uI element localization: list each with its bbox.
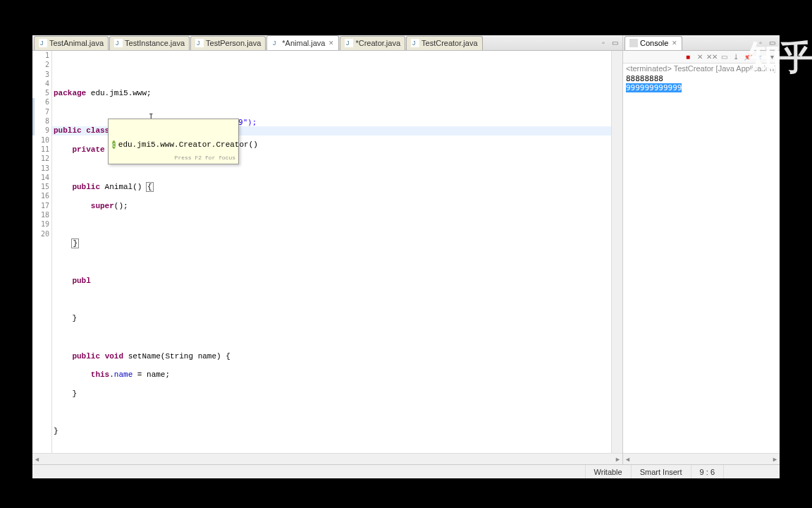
line-number: 11	[32, 145, 51, 155]
tab-testcreator[interactable]: J TestCreator.java	[406, 36, 482, 50]
java-file-icon: J	[411, 39, 419, 47]
scroll-right-icon[interactable]: ►	[615, 456, 621, 463]
main-area: J TestAnimal.java J TestInstance.java J …	[32, 35, 780, 464]
svg-text:J: J	[346, 40, 350, 47]
selected-output: 999999999999	[626, 83, 682, 92]
maximize-icon[interactable]: ▭	[610, 38, 620, 48]
line-number: 2	[32, 61, 51, 70]
watermark-logo: 知乎	[747, 35, 812, 80]
line-number: 19	[32, 220, 51, 229]
line-number: 14	[32, 174, 51, 183]
line-number: 18	[32, 211, 51, 220]
tab-testperson[interactable]: J TestPerson.java	[190, 36, 266, 50]
line-number: 12	[32, 155, 51, 164]
svg-text:J: J	[197, 40, 200, 47]
line-number: 5	[32, 89, 51, 98]
minimize-icon[interactable]: ▫	[598, 38, 608, 48]
constructor-icon: C	[112, 140, 116, 149]
tab-label: TestPerson.java	[206, 39, 261, 47]
line-number: 4	[32, 80, 51, 89]
svg-text:J: J	[412, 40, 416, 47]
java-file-icon: J	[114, 39, 123, 47]
tab-testanimal[interactable]: J TestAnimal.java	[34, 36, 109, 50]
status-cursor-position: 9 : 6	[691, 465, 723, 478]
tooltip-text: edu.jmi5.www.Creator.Creator()	[118, 140, 258, 150]
code-fragment-behind-tooltip: 9");	[238, 118, 257, 127]
line-number: 9	[32, 126, 51, 135]
java-file-icon: J	[195, 39, 204, 47]
tab-label: TestAnimal.java	[49, 39, 104, 47]
java-file-icon: J	[39, 39, 47, 47]
line-number-gutter[interactable]: 1 2 3 4 5 6 7 8 9 10 11 12 13 14 15 16 1	[32, 51, 52, 453]
java-file-icon: J	[271, 39, 280, 47]
tab-label: *Animal.java	[282, 39, 325, 47]
status-insert-mode: Smart Insert	[631, 465, 691, 478]
terminate-icon[interactable]: ■	[683, 52, 693, 62]
tab-animal[interactable]: J *Animal.java ✕	[266, 35, 339, 50]
ide-window: J TestAnimal.java J TestInstance.java J …	[32, 35, 780, 478]
svg-text:J: J	[273, 40, 276, 47]
close-icon[interactable]: ✕	[672, 40, 677, 47]
horizontal-scrollbar[interactable]: ◄ ►	[32, 453, 622, 464]
svg-text:J: J	[116, 40, 119, 47]
clear-console-icon[interactable]: ▭	[719, 52, 729, 62]
line-number: 16	[32, 192, 51, 201]
javadoc-tooltip[interactable]: C edu.jmi5.www.Creator.Creator() Press F…	[108, 119, 239, 164]
line-number: 6	[32, 98, 51, 107]
console-tab-label: Console	[640, 39, 668, 47]
console-icon	[629, 39, 638, 47]
close-icon[interactable]: ✕	[328, 40, 334, 47]
tab-label: *Creator.java	[355, 39, 400, 47]
scroll-left-icon[interactable]: ◄	[625, 456, 631, 463]
change-marker	[32, 98, 35, 135]
status-bar: Writable Smart Insert 9 : 6	[32, 464, 780, 478]
tab-label: TestCreator.java	[422, 39, 477, 47]
line-number: 1	[32, 52, 51, 61]
line-number: 17	[32, 202, 51, 211]
line-number: 15	[32, 183, 51, 192]
svg-text:J: J	[40, 40, 44, 47]
editor-pane: J TestAnimal.java J TestInstance.java J …	[32, 35, 623, 464]
status-writable: Writable	[585, 465, 631, 478]
console-output[interactable]: 88888888 999999999999	[623, 73, 780, 453]
scroll-lock-icon[interactable]: ⤓	[731, 52, 741, 62]
console-tab[interactable]: Console ✕	[625, 36, 682, 50]
editor-tab-bar: J TestAnimal.java J TestInstance.java J …	[32, 35, 622, 51]
console-pane: Console ✕ ▫ ▭ ■ ✕ ✕✕ ▭ ⤓ 📌 ▾ ▾ <terminat…	[623, 35, 780, 464]
scroll-right-icon[interactable]: ►	[772, 456, 778, 463]
java-file-icon: J	[345, 39, 353, 47]
line-number: 8	[32, 117, 51, 126]
console-horizontal-scrollbar[interactable]: ◄ ►	[623, 453, 780, 464]
tooltip-footer: Press F2 for focus	[175, 153, 235, 162]
tab-controls: ▫ ▭	[598, 38, 621, 48]
line-number: 7	[32, 108, 51, 117]
tooltip-content: C edu.jmi5.www.Creator.Creator()	[112, 140, 235, 150]
line-number: 10	[32, 136, 51, 145]
remove-all-icon[interactable]: ✕✕	[707, 52, 717, 62]
tab-testinstance[interactable]: J TestInstance.java	[109, 36, 190, 50]
status-empty	[723, 465, 780, 478]
console-line: 999999999999	[626, 83, 777, 92]
line-number: 13	[32, 164, 51, 174]
scroll-left-icon[interactable]: ◄	[34, 456, 40, 463]
line-number: 3	[32, 71, 51, 80]
code-editor[interactable]: package edu.jmi5.www; public class Anima…	[52, 51, 611, 453]
tab-creator[interactable]: J *Creator.java	[340, 36, 405, 50]
tab-label: TestInstance.java	[125, 39, 185, 47]
vertical-scrollbar[interactable]	[611, 51, 622, 453]
line-number: 20	[32, 230, 51, 239]
editor-body: 1 2 3 4 5 6 7 8 9 10 11 12 13 14 15 16 1	[32, 51, 622, 453]
remove-launch-icon[interactable]: ✕	[695, 52, 705, 62]
